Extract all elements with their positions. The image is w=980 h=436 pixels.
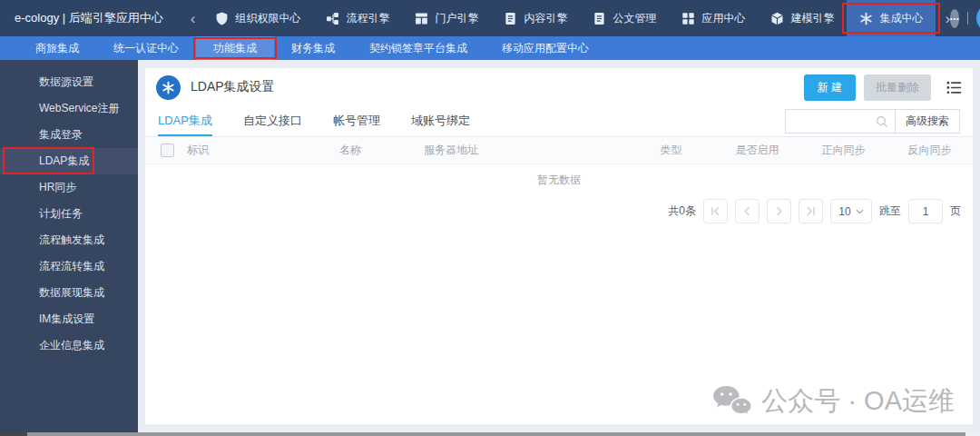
- empty-state-text: 暂无数据: [145, 164, 973, 191]
- sidebar-label: HR同步: [39, 181, 76, 193]
- subnav-item-qiyuesuo-signature-platform[interactable]: 契约锁签章平台集成: [352, 36, 485, 60]
- last-page-button[interactable]: [799, 199, 823, 223]
- table-header-cell: 是否启用: [714, 143, 800, 158]
- subnav-label: 移动应用配置中心: [502, 41, 589, 56]
- tab-ldap-integration[interactable]: LDAP集成: [158, 106, 212, 136]
- tab-account-management[interactable]: 帐号管理: [333, 106, 380, 136]
- portal-grid-icon: [415, 12, 428, 25]
- jump-to-page-input[interactable]: [908, 199, 943, 223]
- prev-page-button[interactable]: [735, 199, 760, 223]
- sidebar-item-ldap-integration[interactable]: LDAP集成: [0, 148, 138, 174]
- sidebar-item-scheduled-tasks[interactable]: 计划任务: [0, 201, 138, 227]
- list-view-icon[interactable]: [946, 81, 962, 94]
- table-header-cell-checkbox: [145, 144, 187, 157]
- topnav-label: 应用中心: [701, 11, 745, 26]
- sub-navigation: 商旅集成 统一认证中心 功能集成 财务集成 契约锁签章平台集成 移动应用配置中心: [0, 36, 980, 60]
- subnav-item-function-integration[interactable]: 功能集成: [196, 36, 274, 60]
- scrollbar-thumb[interactable]: [27, 432, 965, 436]
- search-input[interactable]: [792, 114, 876, 129]
- horizontal-scrollbar: [0, 432, 980, 436]
- sidebar-item-data-display-integration[interactable]: 数据展现集成: [0, 280, 138, 306]
- more-icon[interactable]: •••: [950, 9, 959, 28]
- app-window: e-cology | 后端引擎应用中心 ‹ 组织权限中心 流程引擎 门户引擎: [0, 0, 980, 436]
- topnav-label: 内容引擎: [524, 11, 567, 26]
- workflow-icon: [326, 12, 339, 25]
- header-actions: 新 建 批量删除: [804, 74, 962, 101]
- sidebar-label: 数据展现集成: [39, 286, 104, 299]
- jump-to-label: 跳至: [879, 203, 901, 219]
- sidebar-item-im-integration-settings[interactable]: IM集成设置: [0, 306, 138, 332]
- pagination: 共0条 10: [145, 191, 973, 223]
- sidebar-label: 流程触发集成: [39, 233, 104, 246]
- topnav-label: 门户引擎: [435, 11, 478, 26]
- page-size-value: 10: [838, 205, 850, 218]
- topbar-right: ••• 理员 系统管理员 ▾: [950, 0, 980, 57]
- first-page-button[interactable]: [703, 199, 728, 223]
- tabs-row: LDAP集成 自定义接口 帐号管理 域账号绑定 高级搜索: [145, 106, 973, 137]
- subnav-item-mobile-app-config-center[interactable]: 移动应用配置中心: [485, 36, 606, 60]
- subnav-label: 财务集成: [291, 41, 335, 56]
- table-header-cell: 类型: [628, 143, 714, 158]
- batch-delete-button[interactable]: 批量删除: [864, 74, 931, 101]
- chevron-down-icon: [856, 209, 864, 214]
- sidebar-label: IM集成设置: [39, 312, 94, 325]
- page-unit-label: 页: [950, 203, 961, 219]
- top-navigation: 组织权限中心 流程引擎 门户引擎 内容引擎: [202, 0, 950, 36]
- tab-custom-interface[interactable]: 自定义接口: [243, 106, 302, 136]
- topnav-label: 集成中心: [879, 11, 923, 26]
- sidebar-label: 计划任务: [39, 207, 83, 220]
- sidebar-item-workflow-trigger-integration[interactable]: 流程触发集成: [0, 227, 138, 253]
- shield-icon: [215, 12, 229, 25]
- topnav-label: 流程引擎: [346, 11, 389, 26]
- total-count: 共0条: [668, 203, 696, 219]
- subnav-item-travel-integration[interactable]: 商旅集成: [18, 36, 96, 60]
- main-content: LDAP集成设置 新 建 批量删除 LDAP集成 自定义接口 帐号管理 域账号绑…: [138, 60, 980, 436]
- integration-asterisk-icon: [156, 75, 181, 100]
- topnav-item-content-engine[interactable]: 内容引擎: [491, 0, 580, 36]
- sidebar-item-workflow-flow-integration[interactable]: 流程流转集成: [0, 253, 138, 280]
- tab-domain-account-binding[interactable]: 域账号绑定: [411, 106, 470, 136]
- table-header-cell: 标识: [187, 143, 339, 158]
- avatar[interactable]: 理员: [976, 5, 980, 32]
- body-row: 数据源设置 WebService注册 集成登录 LDAP集成 HR同步 计划任务…: [0, 60, 980, 436]
- topnav-item-app-center[interactable]: 应用中心: [669, 0, 758, 36]
- content-card: LDAP集成设置 新 建 批量删除 LDAP集成 自定义接口 帐号管理 域账号绑…: [145, 68, 973, 424]
- topnav-item-modeling-engine[interactable]: 建模引擎: [758, 0, 847, 36]
- table-header-cell: 名称: [339, 143, 424, 158]
- topnav-item-integration-center[interactable]: 集成中心: [847, 0, 936, 36]
- search-box: [785, 109, 896, 134]
- integration-asterisk-icon: [859, 12, 873, 25]
- search-area: 高级搜索: [785, 109, 960, 134]
- sidebar-item-integration-login[interactable]: 集成登录: [0, 122, 138, 148]
- card-header: LDAP集成设置 新 建 批量删除: [145, 68, 973, 106]
- sidebar-label: 企业信息集成: [39, 339, 104, 352]
- sidebar-label: 流程流转集成: [39, 260, 104, 272]
- sidebar-label: WebService注册: [39, 102, 119, 114]
- advanced-search-button[interactable]: 高级搜索: [895, 109, 960, 134]
- next-page-button[interactable]: [767, 199, 791, 223]
- subnav-label: 统一认证中心: [113, 41, 179, 56]
- sidebar-item-webservice-register[interactable]: WebService注册: [0, 95, 138, 122]
- select-all-checkbox[interactable]: [161, 144, 174, 157]
- subnav-item-finance-integration[interactable]: 财务集成: [274, 36, 352, 60]
- topnav-item-document-management[interactable]: 公文管理: [580, 0, 669, 36]
- page-size-select[interactable]: 10: [830, 199, 872, 223]
- topnav-item-workflow-engine[interactable]: 流程引擎: [313, 0, 402, 36]
- apps-grid-icon: [681, 12, 695, 25]
- sidebar-item-datasource-settings[interactable]: 数据源设置: [0, 69, 138, 95]
- sidebar-item-enterprise-info-integration[interactable]: 企业信息集成: [0, 332, 138, 359]
- topnav-label: 建模引擎: [790, 11, 834, 26]
- create-button[interactable]: 新 建: [804, 74, 856, 101]
- subnav-label: 商旅集成: [35, 41, 79, 56]
- sidebar-label: 集成登录: [39, 128, 83, 141]
- back-chevron-icon[interactable]: ‹: [191, 11, 196, 26]
- topnav-item-portal-engine[interactable]: 门户引擎: [402, 0, 491, 36]
- sidebar: 数据源设置 WebService注册 集成登录 LDAP集成 HR同步 计划任务…: [0, 60, 138, 436]
- sidebar-item-hr-sync[interactable]: HR同步: [0, 174, 138, 201]
- topnav-item-org-permission-center[interactable]: 组织权限中心: [202, 0, 313, 36]
- table-header-cell: 正向同步: [800, 143, 887, 158]
- sidebar-label: 数据源设置: [39, 75, 93, 88]
- subnav-label: 功能集成: [213, 41, 257, 56]
- subnav-item-unified-auth-center[interactable]: 统一认证中心: [96, 36, 196, 60]
- search-icon: [876, 115, 888, 128]
